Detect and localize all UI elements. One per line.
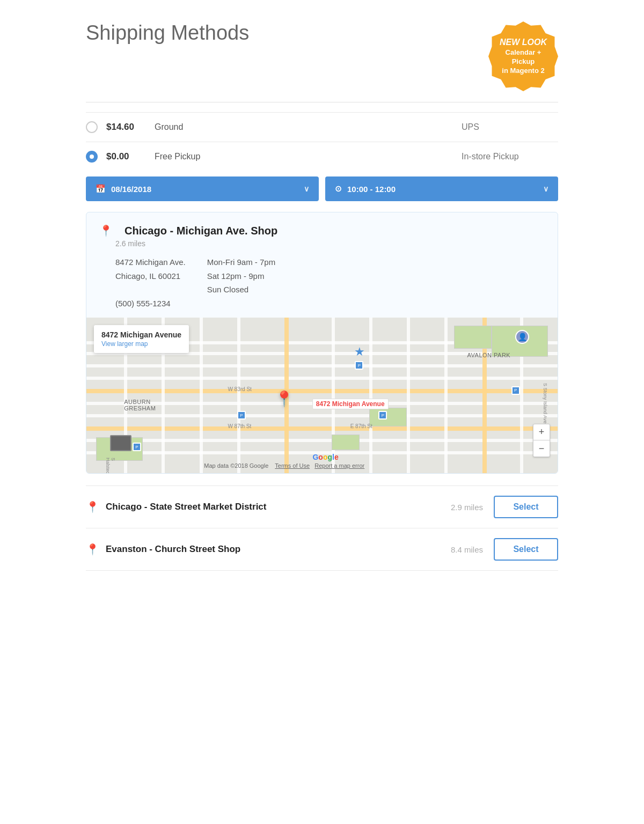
radio-pickup[interactable] xyxy=(86,151,98,163)
store-address: 8472 Michigan Ave. Chicago, IL 60021 (50… xyxy=(115,255,186,310)
street-v9 xyxy=(444,318,448,473)
map-info-box: 8472 Michigan Avenue View larger map xyxy=(94,325,189,353)
halsted-label: S Halstec xyxy=(105,458,116,473)
price-pickup: $0.00 xyxy=(106,151,144,162)
carrier-ups: UPS xyxy=(462,122,558,132)
price-ups: $14.60 xyxy=(106,122,144,133)
map-zoom-out-button[interactable]: − xyxy=(533,440,550,457)
badge-text: NEW LOOK Calendar + Pickup in Magento 2 xyxy=(488,32,558,80)
header-row: Shipping Methods NEW LOOK Calendar + Pic… xyxy=(86,21,558,91)
method-ups: Ground xyxy=(155,122,462,132)
street-83rd xyxy=(86,389,558,393)
store-2-select-button[interactable]: Select xyxy=(494,538,558,561)
street-h7 xyxy=(86,414,558,417)
time-picker-button[interactable]: ⊙ 10:00 - 12:00 ∨ xyxy=(325,176,558,201)
radio-ups[interactable] xyxy=(86,121,98,133)
store-info-row: 8472 Michigan Ave. Chicago, IL 60021 (50… xyxy=(115,255,545,310)
map-pin-marker: 📍 xyxy=(275,390,294,408)
store-list-item-2: 📍 Evanston - Church Street Shop 8.4 mile… xyxy=(86,528,558,571)
carrier-pickup: In-store Pickup xyxy=(462,152,558,161)
street-v8 xyxy=(407,318,410,473)
park-block-2 xyxy=(454,326,492,349)
street-v7 xyxy=(369,318,372,473)
street-87-label: W 87th St xyxy=(228,423,251,429)
map-pin-label: 8472 Michigan Avenue xyxy=(312,399,389,409)
transit-icon-4: P xyxy=(511,386,520,395)
store-location-icon: 📍 xyxy=(99,224,113,237)
store-2-location-icon: 📍 xyxy=(86,543,99,556)
street-v3 xyxy=(200,318,203,473)
shipping-option-ups[interactable]: $14.60 Ground UPS xyxy=(86,112,558,142)
store-1-location-icon: 📍 xyxy=(86,501,99,513)
avalon-park-label: AVALON PARK xyxy=(467,352,511,358)
map-zoom-in-button[interactable]: + xyxy=(533,424,550,440)
map-data-label: Map data ©2018 Google xyxy=(204,462,268,469)
map-data-text: Map data ©2018 Google Terms of Use Repor… xyxy=(204,462,364,469)
date-chevron-icon: ∨ xyxy=(304,185,309,193)
selected-store-card: 📍 Chicago - Michigan Ave. Shop 2.6 miles… xyxy=(86,212,558,474)
street-h9 xyxy=(86,439,558,442)
street-v4 xyxy=(237,318,240,473)
transit-icon-5: P xyxy=(133,443,141,451)
promo-badge: NEW LOOK Calendar + Pickup in Magento 2 xyxy=(488,21,558,91)
park-block-4 xyxy=(369,408,407,426)
auburn-gresham-label: AUBURNGRESHAM xyxy=(124,399,156,411)
map-star-marker: ★ xyxy=(354,345,365,359)
date-picker-left: 📅 08/16/2018 xyxy=(96,184,151,194)
page-title: Shipping Methods xyxy=(86,21,249,45)
time-value: 10:00 - 12:00 xyxy=(347,185,396,194)
address-line2: Chicago, IL 60021 xyxy=(115,269,186,283)
clock-icon: ⊙ xyxy=(335,184,342,194)
page-wrapper: Shipping Methods NEW LOOK Calendar + Pic… xyxy=(64,0,580,603)
park-block-5 xyxy=(332,435,360,450)
street-87th xyxy=(86,426,558,431)
google-logo: Google xyxy=(312,453,338,461)
map-info-address: 8472 Michigan Avenue xyxy=(101,330,181,339)
street-e87-label: E 87th St xyxy=(350,423,372,429)
map-background: AUBURNGRESHAM AVALON PARK W 83rd St W 87… xyxy=(86,318,558,473)
shipping-option-pickup[interactable]: $0.00 Free Pickup In-store Pickup xyxy=(86,142,558,171)
badge-line3: in Magento 2 xyxy=(494,67,553,76)
badge-line1: NEW LOOK xyxy=(494,37,553,48)
store-2-distance: 8.4 miles xyxy=(451,545,483,554)
store-1-distance: 2.9 miles xyxy=(451,503,483,512)
map-view-larger-link[interactable]: View larger map xyxy=(101,340,181,348)
hours-sun: Sun Closed xyxy=(207,283,276,297)
store-1-name: Chicago - State Street Market District xyxy=(106,502,451,512)
stony-island-label: S Stony Island Ave xyxy=(543,383,548,423)
street-v6 xyxy=(332,318,335,473)
store-phone: (500) 555-1234 xyxy=(115,297,186,311)
street-h4 xyxy=(86,377,558,380)
street-83-label: W 83rd St xyxy=(228,386,251,392)
calendar-icon: 📅 xyxy=(96,184,106,194)
header-divider xyxy=(86,102,558,102)
selected-store-distance: 2.6 miles xyxy=(115,239,545,248)
transit-icon-1: P xyxy=(355,361,363,370)
store-hours: Mon-Fri 9am - 7pm Sat 12pm - 9pm Sun Clo… xyxy=(207,255,276,310)
hours-mon-fri: Mon-Fri 9am - 7pm xyxy=(207,255,276,269)
transit-icon-3: P xyxy=(378,411,387,420)
date-picker-button[interactable]: 📅 08/16/2018 ∨ xyxy=(86,176,319,201)
address-line1: 8472 Michigan Ave. xyxy=(115,255,186,269)
time-picker-left: ⊙ 10:00 - 12:00 xyxy=(335,184,396,194)
date-value: 08/16/2018 xyxy=(111,185,151,194)
store-card-header: 📍 Chicago - Michigan Ave. Shop xyxy=(99,224,545,237)
store-list-item-1: 📍 Chicago - State Street Market District… xyxy=(86,485,558,528)
map-terms-link[interactable]: Terms of Use xyxy=(275,462,310,469)
street-h3 xyxy=(86,364,558,367)
other-stores-list: 📍 Chicago - State Street Market District… xyxy=(86,485,558,571)
store-map: AUBURNGRESHAM AVALON PARK W 83rd St W 87… xyxy=(86,318,558,473)
map-report-link[interactable]: Report a map error xyxy=(314,462,364,469)
selected-store-name: Chicago - Michigan Ave. Shop xyxy=(125,225,277,237)
hours-sat: Sat 12pm - 9pm xyxy=(207,269,276,283)
datetime-row: 📅 08/16/2018 ∨ ⊙ 10:00 - 12:00 ∨ xyxy=(86,176,558,201)
thumbnail-1 xyxy=(110,435,131,451)
store-1-select-button[interactable]: Select xyxy=(494,496,558,518)
method-pickup: Free Pickup xyxy=(155,152,462,161)
store-2-name: Evanston - Church Street Shop xyxy=(106,544,451,555)
badge-line2: Calendar + Pickup xyxy=(494,48,553,67)
map-zoom-controls: + − xyxy=(533,424,550,457)
transit-icon-2: P xyxy=(237,411,246,420)
time-chevron-icon: ∨ xyxy=(543,185,548,193)
